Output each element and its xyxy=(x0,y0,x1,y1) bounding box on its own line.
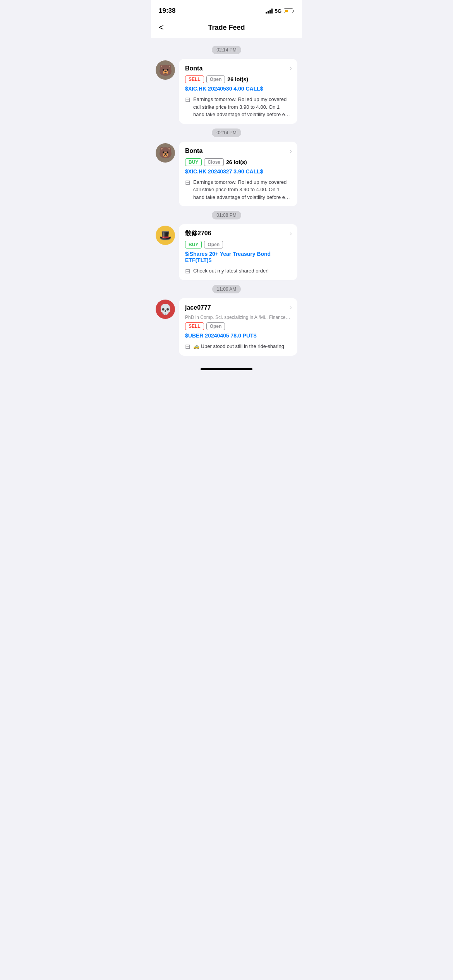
status-bar: 19:38 5G xyxy=(151,0,302,19)
avatar-sanxiu[interactable]: 🎩 xyxy=(156,226,175,245)
comment-3: ⊟ Check out my latest shared order! xyxy=(185,267,292,275)
avatar-jace[interactable]: 💀 xyxy=(156,300,175,319)
nav-header: < Trade Feed xyxy=(151,19,302,38)
chevron-right-icon-3: › xyxy=(290,230,292,238)
trade-card-3[interactable]: 散修2706 › BUY Open $iShares 20+ Year Trea… xyxy=(179,224,297,280)
trade-card-row-2: 🐻 Bonta › BUY Close 26 lot(s) $XIC.HK 20… xyxy=(151,142,302,207)
username-1: Bonta xyxy=(185,65,202,72)
home-indicator xyxy=(151,365,302,372)
open-badge-4: Open xyxy=(206,322,225,330)
timestamp-1: 02:14 PM xyxy=(151,46,302,54)
comment-icon-3: ⊟ xyxy=(185,267,190,275)
timestamp-4: 11:09 AM xyxy=(151,285,302,293)
comment-2: ⊟ Earnings tomorrow. Rolled up my covere… xyxy=(185,178,292,201)
trade-info-3: BUY Open $iShares 20+ Year Treasury Bond… xyxy=(185,241,292,263)
trade-feed: 02:14 PM 🐻 Bonta › SELL Open 26 lot(s) $… xyxy=(151,38,302,365)
comment-4: ⊟ 🚕 Uber stood out still in the ride-sha… xyxy=(185,343,292,350)
signal-bars-icon xyxy=(266,8,273,14)
user-subtitle-4: PhD in Comp. Sci. specializing in AI/ML.… xyxy=(185,315,292,320)
close-badge-2: Close xyxy=(204,158,224,166)
timestamp-2: 02:14 PM xyxy=(151,128,302,137)
username-4: jace0777 xyxy=(185,304,211,311)
ticker-1[interactable]: $XIC.HK 20240530 4.00 CALL$ xyxy=(185,86,263,92)
comment-text-2: Earnings tomorrow. Rolled up my covered … xyxy=(193,178,292,201)
comment-icon-2: ⊟ xyxy=(185,179,190,186)
comment-icon-4: ⊟ xyxy=(185,343,190,350)
comment-1: ⊟ Earnings tomorrow. Rolled up my covere… xyxy=(185,96,292,118)
avatar-bonta-2[interactable]: 🐻 xyxy=(156,143,175,163)
trade-info-4: SELL Open $UBER 20240405 78.0 PUT$ xyxy=(185,322,292,339)
avatar-bonta-1[interactable]: 🐻 xyxy=(156,60,175,80)
ticker-3[interactable]: $iShares 20+ Year Treasury Bond ETF(TLT)… xyxy=(185,251,292,263)
ticker-4[interactable]: $UBER 20240405 78.0 PUT$ xyxy=(185,332,256,339)
trade-card-4[interactable]: jace0777 › PhD in Comp. Sci. specializin… xyxy=(179,298,297,356)
sell-badge-4: SELL xyxy=(185,322,204,330)
status-icons: 5G xyxy=(266,8,294,14)
username-2: Bonta xyxy=(185,147,202,154)
trade-info-1: SELL Open 26 lot(s) $XIC.HK 20240530 4.0… xyxy=(185,75,292,92)
page-title: Trade Feed xyxy=(208,24,245,32)
trade-card-row-4: 💀 jace0777 › PhD in Comp. Sci. specializ… xyxy=(151,298,302,356)
back-button[interactable]: < xyxy=(159,23,164,32)
open-badge-1: Open xyxy=(206,75,225,83)
buy-badge-3: BUY xyxy=(185,241,202,248)
network-type: 5G xyxy=(275,8,281,14)
comment-icon-1: ⊟ xyxy=(185,96,190,103)
trade-card-2[interactable]: Bonta › BUY Close 26 lot(s) $XIC.HK 2024… xyxy=(179,142,297,207)
trade-card-row-3: 🎩 散修2706 › BUY Open $iShares 20+ Year Tr… xyxy=(151,224,302,280)
comment-text-4: 🚕 Uber stood out still in the ride-shari… xyxy=(193,343,284,350)
buy-badge-2: BUY xyxy=(185,158,202,166)
trade-card-1[interactable]: Bonta › SELL Open 26 lot(s) $XIC.HK 2024… xyxy=(179,59,297,124)
status-time: 19:38 xyxy=(159,7,175,15)
chevron-right-icon-2: › xyxy=(290,147,292,155)
comment-text-3: Check out my latest shared order! xyxy=(193,267,269,275)
username-3: 散修2706 xyxy=(185,230,211,238)
open-badge-3: Open xyxy=(204,241,223,248)
trade-card-row-1: 🐻 Bonta › SELL Open 26 lot(s) $XIC.HK 20… xyxy=(151,59,302,124)
chevron-right-icon-4: › xyxy=(290,303,292,312)
trade-info-2: BUY Close 26 lot(s) $XIC.HK 20240327 3.9… xyxy=(185,158,292,175)
lots-2: 26 lot(s) xyxy=(226,159,247,165)
sell-badge-1: SELL xyxy=(185,75,204,83)
chevron-right-icon-1: › xyxy=(290,64,292,72)
timestamp-3: 01:08 PM xyxy=(151,211,302,219)
ticker-2[interactable]: $XIC.HK 20240327 3.90 CALL$ xyxy=(185,168,263,175)
comment-text-1: Earnings tomorrow. Rolled up my covered … xyxy=(193,96,292,118)
lots-1: 26 lot(s) xyxy=(227,76,248,82)
home-bar xyxy=(201,368,252,370)
battery-icon xyxy=(284,9,294,13)
